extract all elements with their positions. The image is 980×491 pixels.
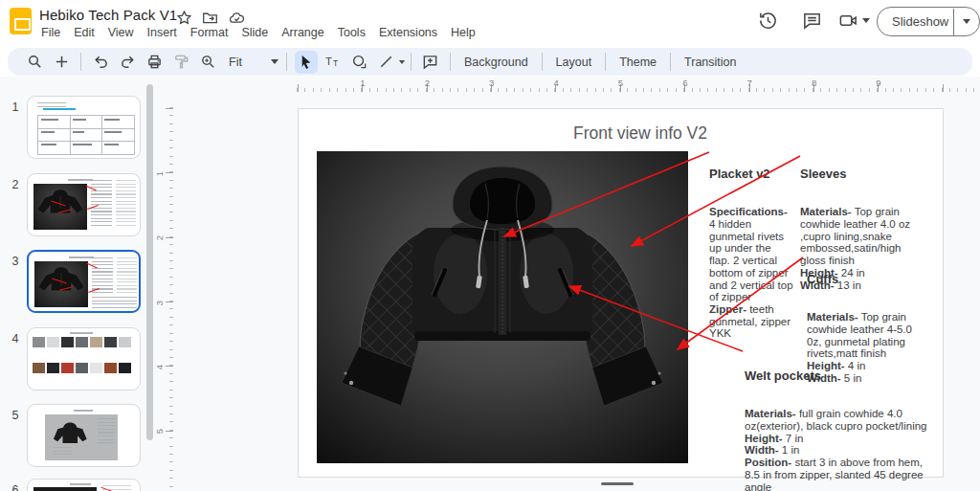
hruler-number-1: 1 [360,78,365,88]
app-top-bar: Hebiko Tech Pack V1 FileEditViewInsertFo… [0,0,980,46]
slide-number-5: 5 [8,409,23,422]
hruler-number-2: 2 [425,78,430,88]
slide-thumbnail-1[interactable] [27,96,141,159]
vertical-ruler: 12345 [161,92,173,491]
moodboard-preview [33,337,137,387]
toolbar-divider [542,53,543,71]
horizontal-ruler: 123456789 [173,80,980,92]
menu-tools[interactable]: Tools [331,24,372,43]
menu-arrange[interactable]: Arrange [275,24,330,43]
background-button[interactable]: Background [457,52,536,73]
toolbar-divider [670,53,671,71]
slideshow-dropdown[interactable] [954,19,979,24]
line-tool-icon[interactable] [375,51,398,74]
menu-file[interactable]: File [34,24,67,43]
moodboard-tile [33,337,45,347]
moodboard-tile [33,363,45,373]
hruler-number-6: 6 [682,78,687,88]
select-tool-icon[interactable] [295,51,318,74]
annotation-placket-body: Specifications- 4 hidden gunmetal rivets… [709,206,793,340]
annotation-welt-heading: Welt pockets [745,369,932,384]
slide-thumbnail-5[interactable] [27,404,141,467]
slide-thumbnail-3-selected[interactable] [27,250,141,313]
menu-edit[interactable]: Edit [67,24,101,43]
menu-view[interactable]: View [101,24,141,43]
svg-text:T: T [325,56,332,67]
slideshow-button[interactable]: Slideshow [877,7,980,36]
menu-format[interactable]: Format [184,24,235,43]
print-icon[interactable] [143,51,166,74]
moodboard-tile [90,363,102,373]
slideshow-label: Slideshow [878,14,950,29]
editor-workspace: 123456789 12345 1 2 3 4 5 6 [0,77,980,491]
vruler-number-3: 3 [154,301,165,305]
annotation-placket[interactable]: Placket v2 Specifications- 4 hidden gunm… [709,144,793,364]
shape-tool-icon[interactable] [348,51,371,74]
menu-insert[interactable]: Insert [141,24,184,43]
insert-comment-icon[interactable] [419,51,442,74]
moodboard-tile [47,337,59,347]
moodboard-tile [61,363,74,373]
annotation-placket-heading: Placket v2 [709,167,793,182]
zoom-caret [271,59,278,64]
search-menus-icon[interactable] [23,51,46,74]
layout-button[interactable]: Layout [548,52,600,73]
menu-slide[interactable]: Slide [234,24,275,43]
hruler-number-4: 4 [553,78,558,88]
document-title[interactable]: Hebiko Tech Pack V1 [39,7,177,23]
slide-thumbnail-4[interactable] [27,327,141,391]
slide-number-2: 2 [8,178,23,191]
toolbar: Fit TT Background Layout Theme Transitio… [8,48,972,76]
speaker-notes-resize-handle[interactable] [601,482,634,485]
moodboard-tile [119,363,131,373]
theme-button[interactable]: Theme [612,52,664,73]
text-box-icon[interactable]: TT [322,51,345,74]
moodboard-tile [119,337,131,347]
toolbar-divider [411,53,412,71]
version-history-icon[interactable] [758,11,778,31]
vruler-number-5: 5 [154,429,165,434]
hruler-number-7: 7 [747,78,752,88]
line-tool-caret[interactable] [399,60,405,64]
svg-text:T: T [333,58,338,68]
slide-title[interactable]: Front view info V2 [439,123,841,144]
transition-button[interactable]: Transition [677,52,744,73]
new-slide-plus-icon[interactable] [50,51,73,74]
slide-canvas[interactable]: Front view info V2 [298,108,944,478]
annotation-cuffs-heading: Cuffs [807,273,927,287]
camera-dropdown-caret[interactable] [862,18,870,23]
google-slides-logo[interactable] [10,8,32,34]
slide-number-1: 1 [8,100,23,114]
menu-extensions[interactable]: Extensions [372,24,444,43]
slide-number-4: 4 [8,332,23,346]
slide-number-3: 3 [8,255,23,268]
moodboard-tile [104,337,117,347]
zoom-in-icon[interactable] [196,51,219,74]
moodboard-tile [104,363,117,373]
menu-help[interactable]: Help [444,24,482,43]
toolbar-divider [286,53,287,71]
toolbar-divider [80,53,81,71]
jacket-front-photo[interactable] [317,151,688,463]
hruler-number-9: 9 [876,78,880,88]
annotation-welt-body: Materials- full grain cowhide 4.0 oz(ext… [745,408,932,491]
annotation-welt-pockets[interactable]: Welt pockets Materials- full grain cowhi… [745,346,932,491]
zoom-select[interactable]: Fit [223,56,278,69]
comments-icon[interactable] [802,11,822,31]
redo-icon[interactable] [116,51,139,74]
filmstrip-scrollbar[interactable] [146,84,153,440]
moodboard-tile [76,363,88,373]
moodboard-tile [90,337,102,347]
annotation-sleeves-heading: Sleeves [800,167,926,182]
toolbar-divider [450,53,451,71]
toolbar-divider [605,53,606,71]
slide-thumbnail-2[interactable] [27,173,141,236]
meet-camera-icon[interactable] [838,11,858,31]
vruler-number-2: 2 [154,235,165,240]
slide-thumbnail-6[interactable] [27,479,141,491]
hruler-number-3: 3 [489,78,494,88]
moodboard-tile [47,363,59,373]
undo-icon[interactable] [89,51,112,74]
zoom-value: Fit [223,56,246,69]
paint-format-icon[interactable] [169,51,192,74]
